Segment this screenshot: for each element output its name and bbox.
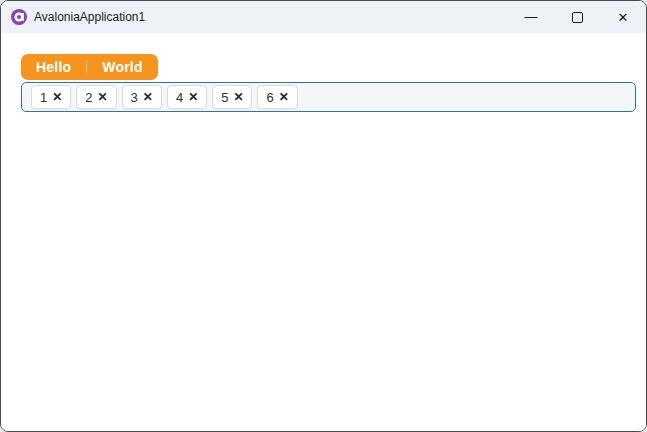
chip-remove-icon[interactable]: ✕ <box>233 91 243 103</box>
chip-label: 1 <box>40 90 47 105</box>
chip-label: 4 <box>176 90 183 105</box>
close-icon: ✕ <box>618 11 629 24</box>
window-title: AvaloniaApplication1 <box>34 10 145 24</box>
minimize-icon: — <box>525 10 538 23</box>
titlebar[interactable]: AvaloniaApplication1 — ✕ <box>1 1 646 33</box>
tab-hello-label: Hello <box>36 59 71 75</box>
chip-remove-icon[interactable]: ✕ <box>143 91 153 103</box>
chip-label: 6 <box>266 90 273 105</box>
close-button[interactable]: ✕ <box>600 1 646 33</box>
chip-label: 2 <box>85 90 92 105</box>
minimize-button[interactable]: — <box>508 1 554 33</box>
chip-remove-icon[interactable]: ✕ <box>279 91 289 103</box>
chip-remove-icon[interactable]: ✕ <box>52 91 62 103</box>
tab-world-label: World <box>102 59 142 75</box>
app-window: AvaloniaApplication1 — ✕ Hello World 1 <box>0 0 647 432</box>
chip-label: 3 <box>131 90 138 105</box>
tab-world[interactable]: World <box>87 54 157 80</box>
chip-1[interactable]: 1 ✕ <box>31 85 71 109</box>
maximize-icon <box>572 12 583 23</box>
chip-5[interactable]: 5 ✕ <box>212 85 252 109</box>
window-content: Hello World 1 ✕ 2 ✕ 3 ✕ 4 ✕ <box>1 33 646 431</box>
chip-4[interactable]: 4 ✕ <box>167 85 207 109</box>
tab-strip: Hello World <box>21 54 158 80</box>
chip-3[interactable]: 3 ✕ <box>122 85 162 109</box>
avalonia-logo-icon <box>11 9 27 25</box>
chip-label: 5 <box>221 90 228 105</box>
chip-6[interactable]: 6 ✕ <box>257 85 297 109</box>
maximize-button[interactable] <box>554 1 600 33</box>
chip-remove-icon[interactable]: ✕ <box>98 91 108 103</box>
chips-input-field[interactable]: 1 ✕ 2 ✕ 3 ✕ 4 ✕ 5 ✕ 6 ✕ <box>21 82 636 112</box>
chip-remove-icon[interactable]: ✕ <box>188 91 198 103</box>
chip-2[interactable]: 2 ✕ <box>76 85 116 109</box>
tab-hello[interactable]: Hello <box>21 54 86 80</box>
